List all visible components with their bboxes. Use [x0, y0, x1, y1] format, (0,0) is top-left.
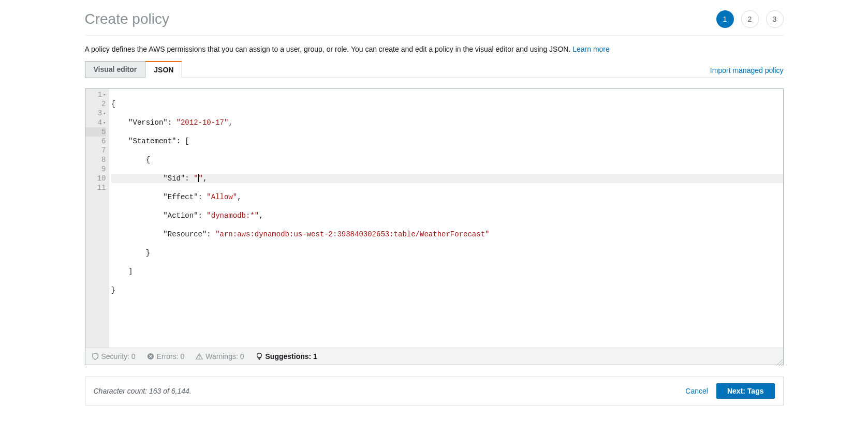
fold-marker-icon[interactable]: ▾	[103, 121, 106, 126]
import-managed-policy-link[interactable]: Import managed policy	[710, 66, 784, 78]
lightbulb-icon	[256, 353, 263, 360]
wizard-steps: 1 2 3	[716, 10, 784, 28]
tab-json[interactable]: JSON	[145, 61, 182, 78]
status-errors[interactable]: Errors: 0	[147, 352, 185, 360]
page-description: A policy defines the AWS permissions tha…	[85, 45, 784, 53]
json-editor-container: 1▾ 2 3▾ 4▾ 5 6 7 8 9 10 11 { "Version": …	[85, 88, 784, 365]
editor-code-area[interactable]: { "Version": "2012-10-17", "Statement": …	[109, 89, 783, 348]
page-title: Create policy	[85, 11, 169, 27]
header-row: Create policy 1 2 3	[85, 10, 784, 36]
wizard-step-1[interactable]: 1	[716, 10, 734, 28]
json-editor[interactable]: 1▾ 2 3▾ 4▾ 5 6 7 8 9 10 11 { "Version": …	[85, 89, 783, 348]
resize-handle-icon[interactable]	[776, 340, 783, 348]
character-count: Character count: 163 of 6,144.	[94, 387, 192, 395]
cancel-button[interactable]: Cancel	[685, 387, 708, 395]
wizard-step-3[interactable]: 3	[766, 10, 784, 28]
text-cursor	[198, 174, 199, 182]
shield-icon	[92, 353, 99, 360]
footer-bar: Character count: 163 of 6,144. Cancel Ne…	[85, 377, 784, 405]
next-tags-button[interactable]: Next: Tags	[716, 383, 775, 399]
error-icon	[147, 353, 154, 360]
tab-visual-editor[interactable]: Visual editor	[85, 61, 145, 78]
fold-marker-icon[interactable]: ▾	[103, 93, 106, 98]
editor-tabs: Visual editor JSON	[85, 61, 183, 78]
footer-actions: Cancel Next: Tags	[685, 383, 774, 399]
tabs-row: Visual editor JSON Import managed policy	[85, 61, 784, 78]
editor-status-bar: Security: 0 Errors: 0 Warnings: 0 Sugges…	[85, 348, 783, 365]
learn-more-link[interactable]: Learn more	[572, 45, 610, 53]
status-warnings[interactable]: Warnings: 0	[196, 352, 244, 360]
status-suggestions[interactable]: Suggestions: 1	[256, 352, 317, 360]
status-security[interactable]: Security: 0	[92, 352, 136, 360]
description-text: A policy defines the AWS permissions tha…	[85, 45, 573, 53]
warning-icon	[196, 353, 203, 360]
editor-gutter: 1▾ 2 3▾ 4▾ 5 6 7 8 9 10 11	[85, 89, 109, 348]
wizard-step-2[interactable]: 2	[741, 10, 759, 28]
svg-point-2	[199, 358, 200, 358]
fold-marker-icon[interactable]: ▾	[103, 111, 106, 116]
